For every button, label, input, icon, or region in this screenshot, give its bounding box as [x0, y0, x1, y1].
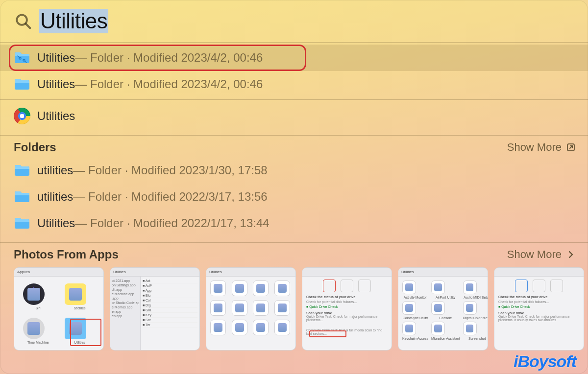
chrome-icon	[14, 108, 30, 124]
photos-section-header: Photos From Apps Show More	[0, 242, 588, 264]
result-row[interactable]: Utilities — Folder · Modified 2023/4/2, …	[0, 45, 588, 71]
watermark: iBoysoft	[514, 352, 576, 371]
thumbnail-titlebar	[302, 268, 392, 277]
chevron-right-icon	[565, 249, 576, 260]
section-title: Photos From Apps	[14, 248, 119, 261]
result-row[interactable]: utilities — Folder · Modified 2022/3/17,…	[0, 184, 588, 210]
search-icon	[14, 12, 32, 30]
search-input[interactable]: Utilities	[39, 9, 108, 33]
show-more-label: Show More	[507, 248, 562, 261]
divider	[0, 99, 588, 100]
popout-icon	[565, 142, 576, 153]
result-row[interactable]: Utilities — Folder · Modified 2022/1/17,…	[0, 210, 588, 236]
thumbnail-titlebar: Utilities	[398, 268, 488, 277]
folder-tools-icon	[14, 49, 30, 66]
photo-thumbnail[interactable]: Check the status of your drive Check for…	[494, 267, 584, 351]
show-more-photos[interactable]: Show More	[507, 248, 576, 261]
result-row[interactable]: Utilities	[0, 103, 588, 129]
photo-thumbnail[interactable]: Check the status of your drive Check for…	[302, 267, 392, 351]
thumbnail-titlebar: Utilities	[206, 268, 295, 277]
result-meta: — Folder · Modified 2023/4/2, 00:46	[75, 51, 263, 65]
result-name: Utilities	[37, 109, 75, 123]
folder-icon	[14, 162, 30, 179]
result-meta: — Folder · Modified 2022/3/17, 13:56	[73, 190, 267, 204]
result-name: Utilities	[37, 51, 75, 65]
result-name: utilities	[37, 190, 73, 204]
show-more-folders[interactable]: Show More	[507, 141, 576, 154]
folder-icon	[14, 76, 30, 93]
result-name: utilities	[37, 164, 73, 177]
show-more-label: Show More	[507, 141, 562, 154]
folders-section-header: Folders Show More	[0, 135, 588, 157]
result-meta: — Folder · Modified 2023/1/30, 17:58	[73, 164, 267, 177]
top-results: Utilities — Folder · Modified 2023/4/2, …	[0, 45, 588, 132]
top-result-highlighted: Utilities — Folder · Modified 2023/4/2, …	[0, 45, 588, 71]
result-meta: — Folder · Modified 2023/4/2, 00:46	[75, 77, 263, 91]
result-row[interactable]: utilities — Folder · Modified 2023/1/30,…	[0, 157, 588, 184]
result-meta: — Folder · Modified 2022/1/17, 13:44	[75, 216, 269, 230]
photo-thumbnail[interactable]: Utilities	[206, 267, 296, 351]
folder-icon	[14, 215, 30, 232]
thumbnail-titlebar: Utilities	[110, 268, 199, 277]
folder-icon	[14, 188, 30, 205]
search-header: Utilities	[0, 0, 588, 42]
folders-section: utilities — Folder · Modified 2023/1/30,…	[0, 157, 588, 239]
photo-thumbnails: Applica Siri Stickies Time Machine Utili…	[0, 264, 588, 351]
svg-line-1	[26, 24, 30, 28]
thumbnail-titlebar	[494, 268, 584, 277]
photo-thumbnail[interactable]: Applica Siri Stickies Time Machine Utili…	[14, 267, 104, 351]
result-row[interactable]: Utilities — Folder · Modified 2023/4/2, …	[0, 71, 588, 97]
photo-thumbnail[interactable]: Utilities Activity Monitor AirPort Utili…	[398, 267, 488, 351]
result-name: Utilities	[37, 216, 75, 230]
result-name: Utilities	[37, 77, 75, 91]
photo-thumbnail[interactable]: Utilities ot 2021.appon Settings.appdit.…	[110, 267, 200, 351]
thumbnail-titlebar: Applica	[14, 268, 103, 277]
divider	[0, 42, 588, 43]
section-title: Folders	[14, 140, 56, 154]
spotlight-window: Utilities Utilities — Folder · Mod	[0, 0, 588, 374]
